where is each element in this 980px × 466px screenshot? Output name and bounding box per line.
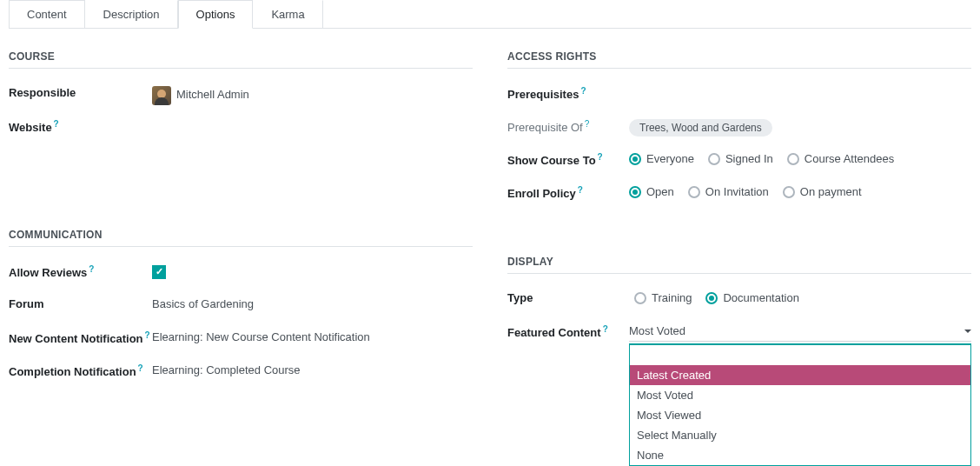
radio-course-attendees[interactable]: Course Attendees (787, 152, 894, 165)
radio-signed-in[interactable]: Signed In (708, 152, 773, 165)
value-website[interactable] (152, 117, 473, 119)
select-featured-content: Most Voted Latest Created Most Voted Mos… (629, 323, 971, 342)
dropdown-item-latest-created[interactable]: Latest Created (630, 365, 970, 385)
value-completion-notification[interactable]: Elearning: Completed Course (152, 362, 473, 376)
label-responsible: Responsible (9, 84, 152, 99)
section-title-communication: COMMUNICATION (9, 229, 473, 247)
radio-label: Training (652, 291, 692, 304)
field-featured-content: Featured Content? Most Voted Latest Crea… (507, 323, 971, 343)
label-completion-notification: Completion Notification? (9, 362, 152, 378)
radio-icon (708, 153, 720, 165)
value-responsible[interactable]: Mitchell Admin (152, 84, 473, 105)
radio-icon (783, 186, 795, 198)
radio-icon (688, 186, 700, 198)
help-icon[interactable]: ? (578, 185, 583, 195)
radio-icon (787, 153, 799, 165)
value-new-content-notification[interactable]: Elearning: New Course Content Notificati… (152, 329, 473, 343)
radio-icon (634, 292, 646, 304)
radio-group-type: Training Documentation (629, 290, 971, 304)
radio-everyone[interactable]: Everyone (629, 152, 694, 165)
radio-label: Open (646, 185, 674, 198)
radio-group-show-course-to: Everyone Signed In Course Attendees (629, 150, 971, 165)
field-prerequisite-of: Prerequisite Of? Trees, Wood and Gardens (507, 117, 971, 138)
radio-training[interactable]: Training (634, 291, 692, 304)
radio-icon (629, 186, 641, 198)
dropdown-item-most-voted[interactable]: Most Voted (630, 385, 970, 405)
tab-karma[interactable]: Karma (253, 0, 322, 28)
field-website: Website? (9, 117, 473, 138)
radio-group-enroll-policy: Open On Invitation On payment (629, 183, 971, 198)
field-prerequisites: Prerequisites? (507, 84, 971, 105)
field-show-course-to: Show Course To? Everyone Signed In Cours… (507, 150, 971, 171)
radio-documentation[interactable]: Documentation (705, 291, 798, 304)
value-allow-reviews (152, 263, 473, 279)
radio-label: Course Attendees (805, 152, 894, 165)
tab-bar: Content Description Options Karma (9, 0, 971, 29)
dropdown-item-most-viewed[interactable]: Most Viewed (630, 405, 970, 425)
label-type: Type (507, 290, 629, 304)
radio-icon (705, 292, 718, 304)
section-title-access-rights: ACCESS RIGHTS (507, 50, 971, 69)
label-prerequisites: Prerequisites? (507, 84, 629, 101)
avatar (152, 86, 171, 105)
section-title-course: COURSE (9, 50, 473, 69)
checkbox-allow-reviews[interactable] (152, 265, 166, 279)
dropdown-featured-content: Latest Created Most Voted Most Viewed Se… (629, 343, 971, 466)
label-allow-reviews: Allow Reviews? (9, 263, 152, 279)
help-icon[interactable]: ? (585, 119, 590, 129)
label-show-course-to: Show Course To? (507, 150, 629, 167)
section-title-display: DISPLAY (507, 256, 971, 274)
help-icon[interactable]: ? (138, 363, 143, 373)
field-completion-notification: Completion Notification? Elearning: Comp… (9, 362, 473, 383)
label-forum: Forum (9, 296, 152, 310)
help-icon[interactable]: ? (54, 119, 59, 129)
options-panel: COURSE Responsible Mitchell Admin Websit… (9, 29, 971, 395)
field-responsible: Responsible Mitchell Admin (9, 84, 473, 105)
dropdown-item-none[interactable]: None (630, 445, 970, 465)
label-website: Website? (9, 117, 152, 134)
left-column: COURSE Responsible Mitchell Admin Websit… (9, 50, 473, 395)
label-enroll-policy: Enroll Policy? (507, 183, 629, 200)
help-icon[interactable]: ? (145, 330, 150, 340)
right-column: ACCESS RIGHTS Prerequisites? Prerequisit… (507, 50, 971, 395)
radio-label: Documentation (723, 291, 798, 304)
responsible-name: Mitchell Admin (176, 88, 249, 101)
value-forum[interactable]: Basics of Gardening (152, 296, 473, 310)
radio-label: Signed In (725, 152, 773, 165)
field-allow-reviews: Allow Reviews? (9, 263, 473, 283)
value-prerequisite-of: Trees, Wood and Gardens (629, 117, 971, 136)
field-type: Type Training Documentation (507, 290, 971, 310)
field-enroll-policy: Enroll Policy? Open On Invitation On pay… (507, 183, 971, 204)
field-forum: Forum Basics of Gardening (9, 296, 473, 316)
help-icon[interactable]: ? (580, 86, 586, 96)
label-featured-content: Featured Content? (507, 323, 629, 339)
tab-content[interactable]: Content (9, 0, 85, 28)
field-new-content-notification: New Content Notification? Elearning: New… (9, 329, 473, 350)
dropdown-search-input[interactable] (630, 345, 970, 365)
help-icon[interactable]: ? (89, 264, 94, 274)
value-prerequisites[interactable] (629, 84, 971, 86)
radio-on-invitation[interactable]: On Invitation (688, 185, 769, 198)
chevron-down-icon (964, 330, 971, 333)
help-icon[interactable]: ? (603, 324, 608, 334)
radio-label: On Invitation (705, 185, 769, 198)
label-prerequisite-of: Prerequisite Of? (507, 117, 629, 134)
radio-open[interactable]: Open (629, 185, 674, 198)
tag-prerequisite[interactable]: Trees, Wood and Gardens (629, 119, 772, 136)
tab-options[interactable]: Options (178, 0, 254, 29)
radio-label: Everyone (646, 152, 694, 165)
dropdown-item-select-manually[interactable]: Select Manually (630, 425, 970, 445)
label-new-content-notification: New Content Notification? (9, 329, 152, 345)
select-value: Most Voted (629, 324, 685, 337)
radio-icon (629, 153, 641, 165)
select-input-featured-content[interactable]: Most Voted (629, 323, 971, 342)
help-icon[interactable]: ? (598, 152, 603, 162)
radio-label: On payment (800, 185, 862, 198)
tab-description[interactable]: Description (85, 0, 178, 28)
radio-on-payment[interactable]: On payment (783, 185, 862, 198)
